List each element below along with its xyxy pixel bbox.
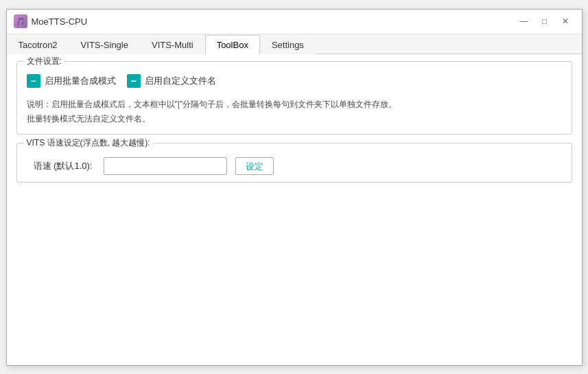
set-button[interactable]: 设定 — [235, 157, 274, 175]
description-line2: 批量转换模式无法自定义文件名。 — [27, 112, 562, 127]
speed-input[interactable] — [104, 157, 227, 175]
toggle-row: − 启用批量合成模式 − 启用自定义文件名 — [27, 74, 562, 88]
speed-settings-section: VITS 语速设定(浮点数, 越大越慢): 语速 (默认1.0): 设定 — [16, 143, 572, 183]
toggle-batch-label: 启用批量合成模式 — [45, 75, 116, 87]
title-bar-controls: — □ ✕ — [515, 14, 575, 29]
toggle-batch-icon: − — [30, 76, 36, 86]
speed-row: 语速 (默认1.0): 设定 — [27, 157, 562, 175]
minimize-button[interactable]: — — [515, 14, 534, 29]
tab-settings[interactable]: Settings — [260, 35, 316, 54]
file-settings-section: 文件设置: − 启用批量合成模式 − 启用自定义文件名 — [16, 61, 572, 135]
tab-tacotron2[interactable]: Tacotron2 — [7, 35, 69, 54]
window-title: MoeTTS-CPU — [32, 16, 88, 27]
speed-section-legend: VITS 语速设定(浮点数, 越大越慢): — [24, 137, 153, 149]
close-button[interactable]: ✕ — [556, 14, 575, 29]
toggle-custom-label: 启用自定义文件名 — [145, 75, 216, 87]
toggle-custom-button[interactable]: − — [127, 74, 141, 88]
file-section-legend: 文件设置: — [24, 56, 64, 67]
tab-vits-multi[interactable]: VITS-Multi — [140, 35, 205, 54]
title-bar-left: 🎵 MoeTTS-CPU — [14, 14, 88, 28]
title-bar: 🎵 MoeTTS-CPU — □ ✕ — [7, 10, 582, 34]
file-section-body: − 启用批量合成模式 − 启用自定义文件名 说明：启用批量合成模式后，文本框中以… — [27, 74, 562, 127]
content-area: 文件设置: − 启用批量合成模式 − 启用自定义文件名 — [7, 54, 582, 365]
main-window: 🎵 MoeTTS-CPU — □ ✕ Tacotron2 VITS-Single… — [6, 9, 583, 366]
toggle-custom-icon: − — [130, 76, 136, 86]
speed-label: 语速 (默认1.0): — [34, 160, 95, 172]
toggle-batch-mode[interactable]: − 启用批量合成模式 — [27, 74, 116, 88]
description-line1: 说明：启用批量合成模式后，文本框中以"|"分隔句子后，会批量转换每句到文件夹下以… — [27, 97, 562, 113]
toggle-custom-name[interactable]: − 启用自定义文件名 — [127, 74, 216, 88]
description-text: 说明：启用批量合成模式后，文本框中以"|"分隔句子后，会批量转换每句到文件夹下以… — [27, 97, 562, 127]
tab-vits-single[interactable]: VITS-Single — [69, 35, 140, 54]
tab-bar: Tacotron2 VITS-Single VITS-Multi ToolBox… — [7, 34, 582, 54]
maximize-button[interactable]: □ — [535, 14, 554, 29]
tab-toolbox[interactable]: ToolBox — [205, 35, 260, 54]
toggle-batch-button[interactable]: − — [27, 74, 40, 88]
app-icon: 🎵 — [14, 14, 27, 28]
